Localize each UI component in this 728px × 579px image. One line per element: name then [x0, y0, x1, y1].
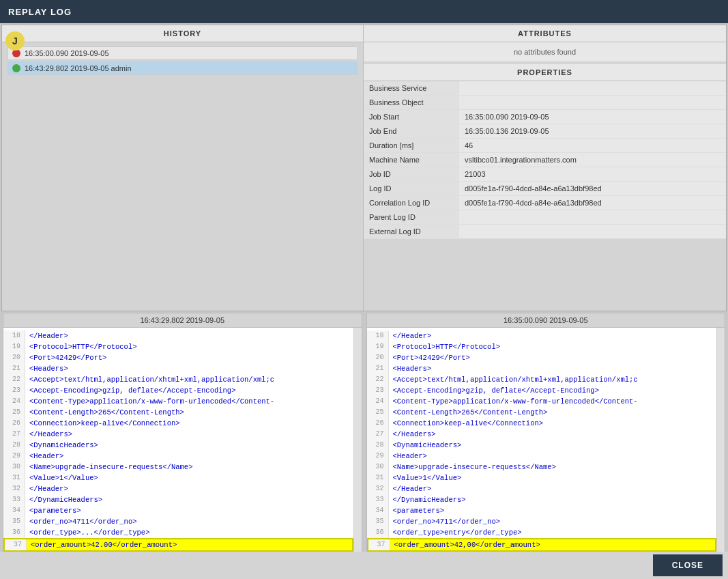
line-text: <Header>: [389, 451, 427, 462]
line-number: 25: [3, 407, 25, 418]
line-text: <Content-Length>265</Content-Length>: [389, 407, 548, 418]
xml-line: 27 </Headers>: [3, 429, 353, 440]
history-item[interactable]: 16:43:29.802 2019-09-05 admin: [8, 61, 358, 75]
line-text: <order_amount>42.00</order_amount>: [27, 539, 177, 550]
line-text: <Accept>text/html,application/xhtml+xml,…: [389, 374, 638, 385]
close-button[interactable]: CLOSE: [653, 554, 723, 576]
xml-line: 25 <Content-Length>265</Content-Length>: [367, 407, 717, 418]
line-text: </DynamicHeaders>: [389, 494, 466, 505]
property-row: Job Start16:35:00.090 2019-09-05: [364, 110, 726, 124]
property-value: [459, 210, 726, 225]
property-value: vsltibco01.integrationmatters.com: [459, 153, 726, 167]
left-xml-content[interactable]: 18</Header>19 <Protocol>HTTP</Protocol>2…: [3, 328, 353, 570]
line-number: 29: [3, 451, 25, 462]
property-value: 21003: [459, 167, 726, 182]
right-xml-scrollbar[interactable]: [716, 328, 725, 570]
line-number: 26: [3, 418, 25, 429]
line-text: <Accept-Encoding>gzip, deflate</Accept-E…: [389, 385, 599, 396]
property-label: Machine Name: [364, 153, 459, 167]
line-number: 34: [3, 505, 25, 516]
left-xml-scrollbar[interactable]: [353, 328, 362, 570]
line-text: <Name>upgrade-insecure-requests</Name>: [25, 462, 192, 472]
xml-line: 24 <Content-Type>application/x-www-form-…: [367, 396, 717, 407]
property-row: Machine Namevsltibco01.integrationmatter…: [364, 153, 726, 167]
xml-line: 29 <Header>: [3, 451, 353, 462]
history-item-text: 16:35:00.090 2019-09-05: [25, 49, 109, 57]
xml-line: 36 <order_type>...</order_type>: [3, 527, 353, 538]
line-number: 37: [368, 539, 390, 550]
xml-line: 24 <Content-Type>application/x-www-form-…: [3, 396, 353, 407]
line-text: <parameters>: [25, 505, 81, 516]
left-xml-header: 16:43:29.802 2019-09-05: [3, 313, 362, 328]
line-number: 33: [3, 494, 25, 505]
line-number: 32: [3, 483, 25, 494]
xml-line: 26 <Connection>keep-alive</Connection>: [367, 418, 717, 429]
property-row: Duration [ms]46: [364, 139, 726, 153]
line-text: <parameters>: [389, 505, 445, 516]
line-number: 28: [3, 440, 25, 451]
xml-line: 21 <Headers>: [3, 363, 353, 374]
line-text: <Port>42429</Port>: [389, 352, 470, 363]
line-number: 27: [367, 429, 389, 440]
line-text: <order_type>entry</order_type>: [389, 527, 522, 538]
title-bar: REPLAY LOG: [0, 0, 728, 23]
property-label: Business Service: [364, 81, 459, 96]
xml-line: 18</Header>: [3, 330, 353, 341]
xml-line: 31 <Value>1</Value>: [367, 472, 717, 483]
right-xml-content[interactable]: 18</Header>19 <Protocol>HTTP</Protocol>2…: [367, 328, 717, 570]
line-text: <Connection>keep-alive</Connection>: [25, 418, 180, 429]
line-text: <Content-Type>application/x-www-form-url…: [25, 396, 274, 407]
xml-line: 35 <order_no>4711</order_no>: [367, 516, 717, 527]
property-label: Correlation Log ID: [364, 196, 459, 210]
right-info-panel: ATTRIBUTES no attributes found PROPERTIE…: [364, 25, 726, 311]
xml-line: 19 <Protocol>HTTP</Protocol>: [367, 341, 717, 352]
property-value: [459, 81, 726, 96]
property-row: Business Object: [364, 96, 726, 110]
line-text: <Protocol>HTTP</Protocol>: [389, 341, 501, 352]
property-row: Correlation Log IDd005fe1a-f790-4dcd-a84…: [364, 196, 726, 210]
property-value: 16:35:00.090 2019-09-05: [459, 110, 726, 124]
line-number: 30: [367, 462, 389, 472]
line-text: <Header>: [25, 451, 63, 462]
property-row: Job End16:35:00.136 2019-09-05: [364, 124, 726, 139]
line-number: 21: [367, 363, 389, 374]
line-text: </Header>: [389, 330, 432, 341]
j-badge: J: [5, 31, 25, 51]
xml-line: 27 </Headers>: [367, 429, 717, 440]
line-number: 19: [367, 341, 389, 352]
properties-table: Business ServiceBusiness ObjectJob Start…: [364, 81, 726, 239]
line-text: <Value>1</Value>: [25, 472, 98, 483]
property-row: Log IDd005fe1a-f790-4dcd-a84e-a6a13dbf98…: [364, 182, 726, 196]
line-number: 20: [3, 352, 25, 363]
no-attributes-text: no attributes found: [364, 42, 726, 61]
property-label: Duration [ms]: [364, 139, 459, 153]
property-row: Parent Log ID: [364, 210, 726, 225]
history-list: 16:35:00.090 2019-09-05 16:43:29.802 201…: [2, 42, 363, 81]
line-number: 31: [3, 472, 25, 483]
xml-line: 31 <Value>1</Value>: [3, 472, 353, 483]
property-row: External Log ID: [364, 225, 726, 239]
line-number: 30: [3, 462, 25, 472]
line-text: <Protocol>HTTP</Protocol>: [25, 341, 137, 352]
xml-line: 19 <Protocol>HTTP</Protocol>: [3, 341, 353, 352]
property-label: Job ID: [364, 167, 459, 182]
history-item-text: 16:43:29.802 2019-09-05 admin: [25, 64, 132, 72]
line-text: <order_no>4711</order_no>: [25, 516, 137, 527]
xml-line: 29 <Header>: [367, 451, 717, 462]
xml-line: 23 <Accept-Encoding>gzip, deflate</Accep…: [367, 385, 717, 396]
line-number: 32: [367, 483, 389, 494]
line-number: 34: [367, 505, 389, 516]
line-text: <Connection>keep-alive</Connection>: [389, 418, 544, 429]
line-number: 33: [367, 494, 389, 505]
xml-line: 22 <Accept>text/html,application/xhtml+x…: [367, 374, 717, 385]
property-value: d005fe1a-f790-4dcd-a84e-a6a13dbf98ed: [459, 182, 726, 196]
line-text: </Headers>: [389, 429, 436, 440]
property-row: Job ID21003: [364, 167, 726, 182]
xml-line: 36 <order_type>entry</order_type>: [367, 527, 717, 538]
line-number: 35: [3, 516, 25, 527]
line-text: <Accept>text/html,application/xhtml+xml,…: [25, 374, 274, 385]
xml-line: 32 </Header>: [3, 483, 353, 494]
history-item[interactable]: 16:35:00.090 2019-09-05: [8, 46, 358, 60]
line-number: 22: [3, 374, 25, 385]
xml-line: 35 <order_no>4711</order_no>: [3, 516, 353, 527]
